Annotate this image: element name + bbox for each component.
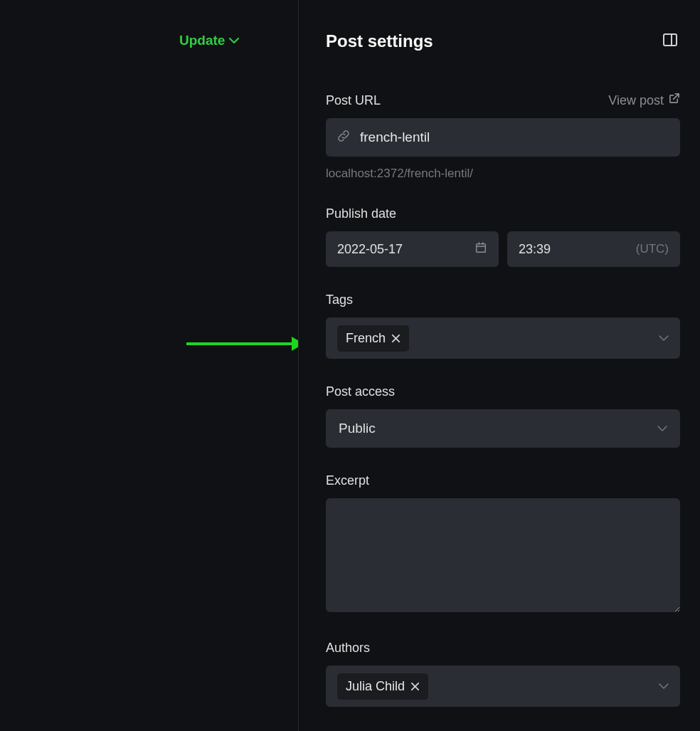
post-access-field: Post access Public: [326, 384, 680, 448]
excerpt-field: Excerpt: [326, 473, 680, 615]
tags-field: Tags French: [326, 293, 680, 359]
post-url-input-wrapper[interactable]: [326, 118, 680, 157]
excerpt-label: Excerpt: [326, 473, 680, 488]
time-value: 23:39: [519, 242, 551, 257]
timezone-label: (UTC): [636, 242, 669, 256]
post-access-value: Public: [339, 421, 376, 436]
post-access-label: Post access: [326, 384, 680, 399]
publish-date-field: Publish date 2022-05-17 23:39 (UTC): [326, 206, 680, 267]
annotation-arrow: [186, 337, 304, 351]
tag-pill: French: [337, 325, 409, 352]
close-icon: [391, 334, 401, 343]
post-url-field: Post URL View post localhost:2372/french…: [326, 93, 680, 181]
post-settings-panel: Post settings Post URL View post localho…: [299, 0, 700, 731]
chevron-down-icon: [659, 332, 669, 345]
update-button[interactable]: Update: [179, 33, 239, 48]
tags-label: Tags: [326, 293, 680, 307]
link-icon: [337, 130, 350, 145]
tags-input[interactable]: French: [326, 317, 680, 359]
excerpt-textarea[interactable]: [326, 498, 680, 612]
authors-label: Authors: [326, 641, 680, 656]
author-pill: Julia Child: [337, 673, 428, 700]
chevron-down-icon: [657, 422, 667, 435]
sidebar-toggle-button[interactable]: [660, 30, 680, 53]
publish-date-input[interactable]: 2022-05-17: [326, 231, 499, 267]
authors-input[interactable]: Julia Child: [326, 666, 680, 707]
post-access-select[interactable]: Public: [326, 409, 680, 448]
calendar-icon: [474, 241, 487, 257]
tag-text: French: [346, 331, 386, 346]
author-remove-button[interactable]: [410, 682, 420, 691]
external-link-icon: [668, 93, 680, 108]
panel-title: Post settings: [326, 31, 433, 51]
sidebar-panel-icon: [662, 31, 679, 48]
view-post-label: View post: [608, 93, 664, 108]
post-url-input[interactable]: [360, 130, 669, 145]
svg-rect-4: [477, 244, 486, 253]
svg-rect-2: [664, 34, 677, 46]
chevron-down-icon: [659, 680, 669, 693]
publish-time-input[interactable]: 23:39 (UTC): [507, 231, 680, 267]
authors-field: Authors Julia Child: [326, 641, 680, 707]
publish-date-label: Publish date: [326, 206, 680, 221]
author-text: Julia Child: [346, 679, 405, 694]
post-url-preview: localhost:2372/french-lentil/: [326, 167, 680, 181]
tag-remove-button[interactable]: [391, 334, 401, 343]
post-url-label: Post URL: [326, 93, 381, 108]
close-icon: [410, 682, 420, 691]
view-post-link[interactable]: View post: [608, 93, 680, 108]
chevron-down-icon: [229, 37, 239, 44]
date-value: 2022-05-17: [337, 242, 403, 257]
update-label: Update: [179, 33, 225, 48]
